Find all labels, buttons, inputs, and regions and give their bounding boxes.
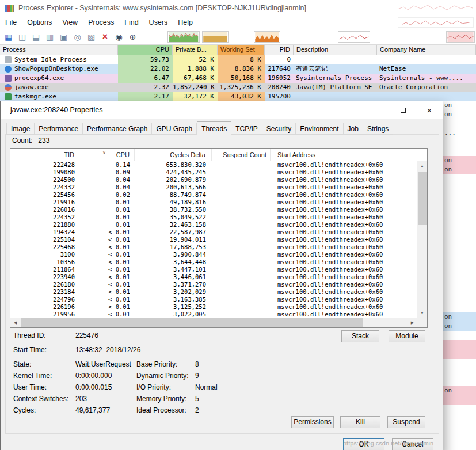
find-window-process-icon[interactable]: ◉ <box>113 31 124 42</box>
tab[interactable]: Performance Graph <box>83 123 152 135</box>
column-header-pid[interactable]: PID <box>265 45 294 55</box>
process-row-partial[interactable] <box>443 266 476 276</box>
column-header-working-set[interactable]: Working Set <box>218 45 265 55</box>
process-row-partial[interactable]: on <box>443 156 476 165</box>
process-row-partial[interactable] <box>443 441 476 450</box>
vertical-scrollbar[interactable]: ▲ ▼ <box>417 161 427 318</box>
module-button[interactable]: Module <box>389 330 425 342</box>
network-history-graph[interactable] <box>338 31 370 43</box>
cpu-usage-mini-graph[interactable] <box>398 17 474 28</box>
column-header-private-bytes[interactable]: Private B... <box>173 45 218 55</box>
column-header-tid[interactable]: TID <box>10 149 79 161</box>
thread-row[interactable]: 223184 < 0.01 3,202,029 msvcr100.dll!end… <box>10 288 417 296</box>
thread-row[interactable]: 194324 < 0.01 22,587,987 msvcr100.dll!en… <box>10 228 417 236</box>
tab[interactable]: GPU Graph <box>152 123 197 135</box>
process-row[interactable]: taskmgr.exe 2.17 32,172 K 43,032 K 19520… <box>0 92 476 101</box>
process-row-partial[interactable] <box>443 276 476 285</box>
scroll-right-icon[interactable]: ▶ <box>408 318 417 327</box>
process-row-partial[interactable] <box>443 138 476 147</box>
process-row-partial[interactable] <box>443 174 476 184</box>
process-row-partial[interactable] <box>443 331 476 340</box>
process-row[interactable]: System Idle Process 59.73 52 K 8 K 0 <box>0 55 476 64</box>
thread-row[interactable]: 3100 < 0.01 3,900,844 msvcr100.dll!endth… <box>10 251 417 258</box>
tab[interactable]: Strings <box>363 123 393 135</box>
show-dlls-icon[interactable]: ▥ <box>44 31 55 42</box>
properties-icon[interactable]: ▧ <box>86 31 97 42</box>
kill-button[interactable]: Kill <box>340 416 380 428</box>
scroll-down-icon[interactable]: ▼ <box>417 308 427 318</box>
thread-row[interactable]: 224352 0.01 35,049,522 msvcr100.dll!endt… <box>10 213 417 221</box>
column-header-cycles-delta[interactable]: Cycles Delta <box>135 149 212 161</box>
process-row-partial[interactable] <box>443 349 476 359</box>
save-icon[interactable]: ▦ <box>3 31 14 42</box>
menu-item[interactable]: Users <box>144 17 173 28</box>
process-row-partial[interactable] <box>443 432 476 441</box>
process-row-partial[interactable] <box>443 414 476 423</box>
tab[interactable]: Security <box>262 123 296 135</box>
process-row-partial[interactable] <box>443 202 476 211</box>
process-row[interactable]: javaw.exe 2.32 1,852,240 K 1,325,236 K 2… <box>0 83 476 92</box>
process-row-partial[interactable] <box>443 405 476 414</box>
tab[interactable]: Performance <box>35 123 83 135</box>
process-row-partial[interactable]: ... <box>443 128 476 138</box>
menu-item[interactable]: File <box>0 17 22 28</box>
thread-row[interactable]: 211864 < 0.01 3,447,101 msvcr100.dll!end… <box>10 266 417 273</box>
main-titlebar[interactable]: Process Explorer - Sysinternals: www.sys… <box>0 0 476 16</box>
thread-row[interactable]: 223940 < 0.01 3,446,061 msvcr100.dll!end… <box>10 273 417 281</box>
process-row-partial[interactable] <box>443 423 476 432</box>
thread-row[interactable]: 226016 0.01 38,732,550 msvcr100.dll!endt… <box>10 206 417 213</box>
horizontal-scrollbar[interactable]: ◀ ▶ <box>10 318 417 327</box>
close-button[interactable]: × <box>416 101 443 119</box>
process-row-partial[interactable] <box>443 303 476 312</box>
process-row-partial[interactable] <box>443 285 476 294</box>
scroll-up-icon[interactable]: ▲ <box>417 161 427 171</box>
thread-row[interactable]: 199080 0.09 424,435,245 msvcr100.dll!end… <box>10 169 417 176</box>
stack-button[interactable]: Stack <box>341 330 379 342</box>
process-row[interactable]: procexp64.exe 6.47 67,468 K 50,168 K 196… <box>0 74 476 83</box>
column-header-suspend-count[interactable]: Suspend Count <box>212 149 271 161</box>
tab[interactable]: Environment <box>296 123 343 135</box>
gpu-history-graph[interactable] <box>446 31 475 43</box>
process-row-partial[interactable] <box>443 119 476 128</box>
thread-row[interactable]: 226180 < 0.01 3,371,270 msvcr100.dll!end… <box>10 281 417 288</box>
process-row[interactable]: ShowPopupOnDesktop.exe 22.02 1,888 K 8,8… <box>0 64 476 74</box>
process-row-partial[interactable] <box>443 359 476 368</box>
process-row-partial[interactable] <box>443 248 476 257</box>
menu-item[interactable]: View <box>57 17 83 28</box>
thread-row[interactable]: 10356 < 0.01 3,644,448 msvcr100.dll!endt… <box>10 258 417 266</box>
process-row-partial[interactable]: on <box>443 322 476 331</box>
process-row-partial[interactable] <box>443 368 476 377</box>
thread-row[interactable]: 222428 0.14 653,830,320 msvcr100.dll!end… <box>10 161 417 169</box>
commit-history-graph[interactable] <box>202 31 229 43</box>
process-row-partial[interactable] <box>443 239 476 248</box>
thread-row[interactable]: 225468 < 0.01 17,688,753 msvcr100.dll!en… <box>10 243 417 251</box>
io-history-graph[interactable] <box>254 31 280 43</box>
thread-row[interactable]: 225456 0.02 88,749,874 msvcr100.dll!endt… <box>10 191 417 199</box>
show-handles-icon[interactable]: ▣ <box>58 31 69 42</box>
process-row-partial[interactable] <box>443 377 476 386</box>
menu-item[interactable]: Help <box>173 17 198 28</box>
menu-item[interactable]: Process <box>83 17 119 28</box>
process-row-partial[interactable]: on <box>443 110 476 119</box>
vertical-scroll-thumb[interactable] <box>418 172 427 225</box>
cpu-history-graph[interactable] <box>167 31 200 43</box>
process-row-partial[interactable]: on <box>443 165 476 174</box>
thread-row[interactable]: 226196 < 0.01 3,125,252 msvcr100.dll!end… <box>10 303 417 311</box>
thread-row[interactable]: 225104 < 0.01 19,904,011 msvcr100.dll!en… <box>10 236 417 243</box>
process-row-partial[interactable]: on <box>443 312 476 322</box>
process-row-partial[interactable] <box>443 257 476 266</box>
thread-row[interactable]: 221880 0.01 32,463,158 msvcr100.dll!endt… <box>10 221 417 228</box>
horizontal-scroll-thumb[interactable] <box>21 318 363 327</box>
thread-row[interactable]: 224796 < 0.01 3,163,385 msvcr100.dll!end… <box>10 296 417 303</box>
thread-row[interactable]: 219916 0.01 49,189,816 msvcr100.dll!endt… <box>10 199 417 206</box>
column-header-description[interactable]: Description <box>294 45 377 55</box>
process-row-partial[interactable]: on <box>443 386 476 395</box>
tab[interactable]: Job <box>344 123 363 135</box>
menu-item[interactable]: Options <box>22 17 57 28</box>
show-process-tree-icon[interactable]: ▤ <box>31 31 41 42</box>
process-row-partial[interactable] <box>443 230 476 239</box>
thread-row[interactable]: 224500 0.04 202,690,879 msvcr100.dll!end… <box>10 176 417 184</box>
column-header-cpu[interactable]: CPU <box>118 45 173 55</box>
thread-row[interactable]: 219956 < 0.01 3,022,005 msvcr100.dll!end… <box>10 311 417 318</box>
find-handle-dll-icon[interactable]: ⊕ <box>127 31 138 42</box>
